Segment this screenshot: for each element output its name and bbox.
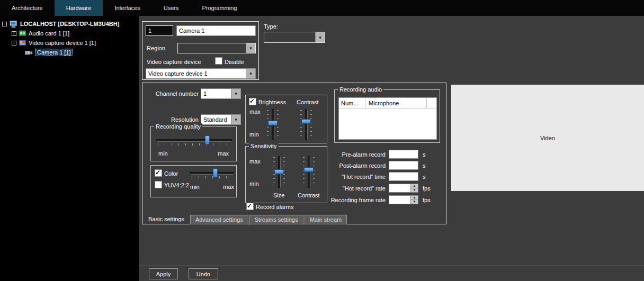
field-value <box>389 184 410 192</box>
device-name-field[interactable]: Camera 1 <box>176 25 256 36</box>
nav-item-users[interactable]: Users <box>152 0 191 16</box>
chevron-down-icon[interactable]: ▾ <box>246 43 255 53</box>
pre-alarm-record-label: Pre-alarm record <box>301 151 386 158</box>
disable-checkbox[interactable] <box>215 57 222 65</box>
yuv-checkbox[interactable] <box>155 181 162 188</box>
yuv-label: YUV4:2:2 <box>164 182 189 188</box>
size-label: Size <box>273 192 284 198</box>
pre-alarm-record-input[interactable] <box>389 150 418 159</box>
footer-divider <box>139 266 644 266</box>
slider-track <box>190 172 234 175</box>
post-alarm-record-label: Post-alarm record <box>301 162 386 169</box>
sensitivity-title: Sensitivity <box>249 143 279 149</box>
min-label: min <box>190 184 200 190</box>
region-label: Region <box>147 45 165 51</box>
tree-item-localhost[interactable]: - LOCALHOST [DESKTOP-LM3U4BH] <box>0 19 139 29</box>
chevron-down-icon[interactable]: ▾ <box>231 89 240 98</box>
collapse-toggle-icon[interactable]: - <box>12 41 16 46</box>
color-slider[interactable] <box>189 168 235 180</box>
type-select[interactable]: ▾ <box>264 32 325 43</box>
app-window: Architecture Hardware Interfaces Users P… <box>0 0 644 281</box>
spin-down-icon[interactable]: ▼ <box>411 200 418 204</box>
slider-handle[interactable] <box>205 135 210 144</box>
brightness-checkbox[interactable]: ✓ <box>249 98 256 105</box>
tree-item-label: Video capture device 1 [1] <box>29 40 96 46</box>
nav-item-programming[interactable]: Programming <box>190 0 248 16</box>
record-alarms-label: Record alarms <box>256 204 294 210</box>
audio-card-icon <box>19 30 26 37</box>
max-label: max <box>249 108 261 115</box>
tab-basic-settings[interactable]: Basic settings <box>144 215 189 224</box>
expand-toggle-icon[interactable]: + <box>12 31 16 36</box>
chevron-down-icon[interactable]: ▾ <box>246 69 255 78</box>
recording-frame-rate-input[interactable]: ▲▼ <box>389 195 418 204</box>
tree-item-audio-card[interactable]: + Audio card 1 [1] <box>0 29 139 38</box>
region-select[interactable]: ▾ <box>177 43 256 53</box>
field-value <box>389 161 418 169</box>
color-group: ✓ Color YUV4:2:2 min max <box>150 165 237 197</box>
device-id-field[interactable]: 1 <box>146 25 173 36</box>
tree-item-video-capture-device[interactable]: - Video capture device 1 [1] <box>0 38 139 48</box>
contrast-slider[interactable] <box>300 108 312 141</box>
slider-handle[interactable] <box>301 119 311 124</box>
recording-quality-slider[interactable] <box>155 135 233 147</box>
hot-record-time-input[interactable] <box>389 172 418 181</box>
tree-item-label: LOCALHOST [DESKTOP-LM3U4BH] <box>20 21 119 27</box>
seconds-unit-label: s <box>423 174 426 180</box>
camera-settings-panel: Channel number 1 ▾ Resolution Standard ▾… <box>142 83 446 224</box>
recording-quality-title: Recording quality <box>154 123 202 130</box>
checkmark-icon: ✓ <box>249 97 255 105</box>
resolution-select[interactable]: Standard ▾ <box>201 114 241 125</box>
slider-ticks <box>300 110 302 139</box>
slider-handle[interactable] <box>274 169 284 174</box>
brightness-contrast-group: ✓ Brightness Contrast max min <box>245 95 327 143</box>
sensitivity-contrast-slider[interactable] <box>303 155 315 189</box>
min-label: min <box>158 150 168 157</box>
resolution-label: Resolution <box>142 116 199 123</box>
type-select-value <box>264 32 315 42</box>
tab-advanced-settings[interactable]: Advanced settings <box>190 215 248 224</box>
channel-number-label: Channel number <box>142 90 199 97</box>
channel-number-select[interactable]: 1 ▾ <box>201 88 241 99</box>
computer-icon <box>10 21 17 28</box>
record-alarms-checkbox[interactable]: ✓ <box>246 203 254 210</box>
color-checkbox[interactable]: ✓ <box>155 169 162 177</box>
slider-track <box>156 139 232 142</box>
video-capture-device-select[interactable]: Video capture device 1 ▾ <box>146 68 256 79</box>
hot-record-rate-input[interactable]: ▲▼ <box>389 184 418 193</box>
collapse-toggle-icon[interactable]: - <box>2 22 7 26</box>
seconds-unit-label: s <box>423 162 426 169</box>
chevron-down-icon[interactable]: ▾ <box>315 32 325 42</box>
audio-table-header: Num... Microphone <box>339 98 436 108</box>
chevron-down-icon[interactable]: ▾ <box>231 115 240 124</box>
nav-item-architecture[interactable]: Architecture <box>0 0 55 16</box>
tree-item-camera[interactable]: Camera 1 [1] <box>0 48 139 57</box>
brightness-slider[interactable] <box>267 108 279 141</box>
spin-up-icon[interactable]: ▲ <box>411 196 418 200</box>
apply-button[interactable]: Apply <box>149 268 178 279</box>
post-alarm-record-input[interactable] <box>389 161 418 170</box>
slider-track <box>308 156 310 188</box>
slider-handle[interactable] <box>213 168 218 177</box>
slider-ticks <box>303 157 305 187</box>
video-preview: Video <box>451 85 644 191</box>
spin-up-icon[interactable]: ▲ <box>411 184 418 188</box>
checkmark-icon: ✓ <box>155 169 160 176</box>
slider-handle[interactable] <box>268 121 278 125</box>
sensitivity-size-slider[interactable] <box>273 155 285 189</box>
undo-button[interactable]: Undo <box>189 268 218 279</box>
video-capture-device-select-value: Video capture device 1 <box>146 69 246 78</box>
nav-item-hardware[interactable]: Hardware <box>55 0 103 16</box>
nav-item-interfaces[interactable]: Interfaces <box>103 0 151 16</box>
spinner-buttons: ▲▼ <box>410 196 418 204</box>
spin-down-icon[interactable]: ▼ <box>411 188 418 192</box>
color-label: Color <box>164 170 178 177</box>
tab-streams-settings[interactable]: Streams settings <box>249 215 303 224</box>
tab-main-stream[interactable]: Main stream <box>305 215 347 224</box>
hot-record-time-label: "Hot record" time <box>301 174 386 180</box>
recording-audio-table[interactable]: Num... Microphone <box>338 97 437 140</box>
resolution-value: Standard <box>201 115 231 124</box>
slider-ticks <box>158 143 230 146</box>
slider-ticks <box>313 157 315 187</box>
audio-column-microphone: Microphone <box>365 98 427 108</box>
